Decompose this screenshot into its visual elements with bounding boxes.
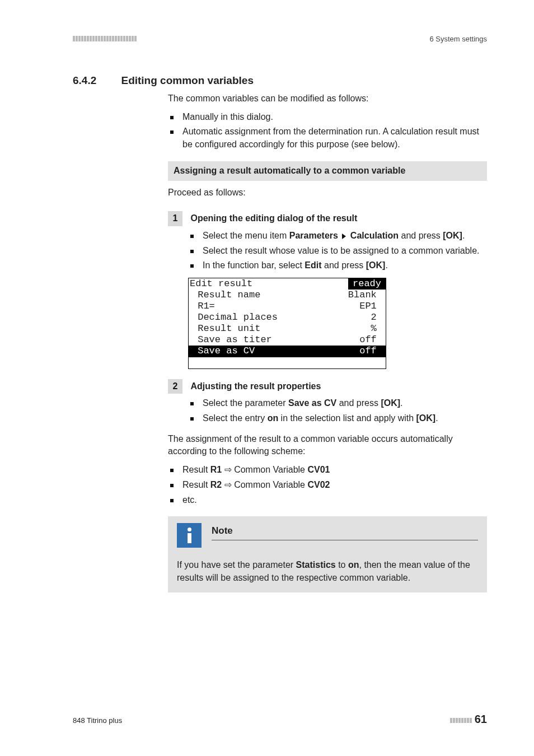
page-number: 61 — [475, 713, 487, 725]
step2-bullets: Select the parameter Save as CV and pres… — [188, 397, 487, 424]
lcd-selected-row: Save as CVoff — [189, 346, 386, 357]
step-number: 2 — [168, 379, 182, 394]
step-number: 1 — [168, 211, 182, 226]
section-title: Editing common variables — [121, 74, 254, 86]
step1-bullets: Select the menu item Parameters Calculat… — [188, 230, 487, 272]
note-title: Note — [212, 523, 478, 540]
footer-ornament — [450, 716, 475, 725]
step-title: Opening the editing dialog of the result — [190, 213, 357, 223]
lcd-title-left: Edit result — [189, 278, 252, 290]
list-item: Manually in this dialog. — [168, 111, 487, 124]
list-item: Select the entry on in the selection lis… — [188, 412, 487, 425]
list-item: Select the result whose value is to be a… — [188, 245, 487, 258]
triangle-icon — [342, 234, 346, 239]
list-item: Automatic assignment from the determinat… — [168, 125, 487, 151]
sub-heading-bar: Assigning a result automatically to a co… — [168, 161, 487, 181]
footer-product: 848 Titrino plus — [73, 716, 122, 725]
lcd-status: ready — [348, 278, 386, 290]
note-text: If you have set the parameter Statistics… — [177, 559, 478, 584]
header-chapter: 6 System settings — [429, 35, 487, 43]
step-title: Adjusting the result properties — [190, 381, 321, 391]
info-icon — [177, 523, 202, 548]
scheme-list: Result R1 ⇨ Common Variable CV01 Result … — [168, 464, 487, 506]
list-item: Result R2 ⇨ Common Variable CV02 — [168, 479, 487, 492]
list-item: In the function bar, select Edit and pre… — [188, 259, 487, 272]
header-ornament-left — [73, 36, 137, 43]
list-item: Result R1 ⇨ Common Variable CV01 — [168, 464, 487, 477]
list-item: Select the menu item Parameters Calculat… — [188, 230, 487, 242]
proceed-text: Proceed as follows: — [168, 186, 487, 199]
assignment-paragraph: The assignment of the result to a common… — [168, 433, 487, 458]
lcd-screenshot: Edit result ready Result nameBlank R1=EP… — [188, 278, 386, 368]
note-box: Note If you have set the parameter Stati… — [168, 516, 487, 592]
list-item: Select the parameter Save as CV and pres… — [188, 397, 487, 410]
list-item: etc. — [168, 494, 487, 507]
section-number: 6.4.2 — [73, 74, 119, 87]
intro-bullet-list: Manually in this dialog. Automatic assig… — [168, 111, 487, 151]
intro-text: The common variables can be modified as … — [168, 92, 487, 105]
